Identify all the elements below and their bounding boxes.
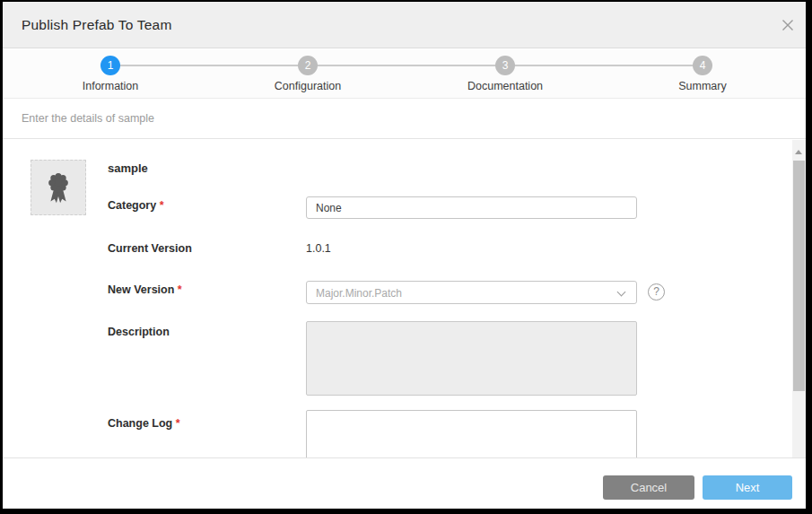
change-log-textarea[interactable] [306, 410, 637, 457]
step-circle-information[interactable]: 1 [100, 56, 120, 75]
scroll-up-arrow-icon[interactable] [795, 150, 802, 154]
scrollbar-thumb[interactable] [793, 161, 805, 391]
description-textarea [306, 321, 637, 396]
step-label-summary: Summary [622, 80, 783, 92]
step-description-bar: Enter the details of sample [3, 100, 806, 139]
new-version-label: New Version * [108, 283, 182, 296]
vertical-scrollbar[interactable] [792, 140, 806, 457]
current-version-label: Current Version [108, 242, 192, 255]
required-asterisk: * [160, 199, 164, 212]
step-connector [515, 65, 693, 66]
required-asterisk: * [178, 283, 182, 296]
award-badge-icon [39, 169, 77, 206]
step-connector [120, 65, 298, 66]
category-input[interactable] [306, 196, 637, 219]
step-circle-summary[interactable]: 4 [693, 56, 712, 75]
next-button[interactable]: Next [703, 475, 792, 500]
prefab-thumbnail [31, 160, 86, 215]
current-version-value: 1.0.1 [306, 242, 331, 255]
form-content: sample Category * Current Version 1.0.1 … [3, 140, 806, 457]
publish-prefab-dialog: Publish Prefab To Team 1 Information 2 C… [3, 2, 806, 509]
step-label-configuration: Configuration [227, 80, 389, 92]
new-version-placeholder: Major.Minor.Patch [316, 287, 402, 300]
change-log-label: Change Log * [108, 417, 180, 430]
step-circle-documentation[interactable]: 3 [495, 56, 515, 75]
dialog-header: Publish Prefab To Team [3, 2, 806, 48]
step-label-information: Information [30, 80, 191, 92]
required-asterisk: * [176, 417, 180, 430]
new-version-select[interactable]: Major.Minor.Patch [306, 281, 637, 304]
step-description-text: Enter the details of sample [22, 112, 154, 125]
chevron-down-icon [617, 288, 626, 297]
category-label: Category * [108, 199, 164, 212]
prefab-name: sample [108, 161, 148, 175]
step-circle-configuration[interactable]: 2 [298, 56, 318, 75]
close-icon[interactable] [781, 18, 795, 32]
help-icon[interactable]: ? [648, 283, 665, 301]
step-label-documentation: Documentation [424, 80, 586, 92]
description-label: Description [108, 326, 170, 338]
dialog-footer: Cancel Next [3, 457, 806, 509]
step-connector [318, 65, 495, 66]
cancel-button[interactable]: Cancel [603, 475, 694, 500]
wizard-stepper: 1 Information 2 Configuration 3 Document… [3, 49, 806, 99]
dialog-title: Publish Prefab To Team [22, 2, 172, 48]
